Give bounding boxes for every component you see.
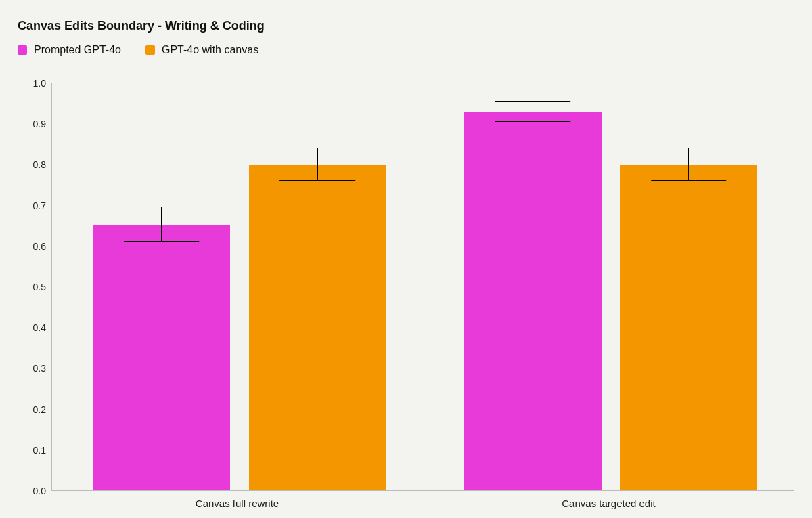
bar xyxy=(249,165,386,490)
error-bar xyxy=(533,102,533,122)
legend-label: Prompted GPT-4o xyxy=(34,44,121,56)
legend-swatch-icon xyxy=(18,45,27,55)
legend-label: GPT-4o with canvas xyxy=(162,44,258,56)
y-tick-label: 0.6 xyxy=(33,241,46,252)
plot-row: 0.00.10.20.30.40.50.60.70.80.91.0 xyxy=(18,83,794,491)
error-cap xyxy=(651,180,727,181)
bar xyxy=(93,225,230,490)
error-cap xyxy=(124,207,200,207)
legend: Prompted GPT-4o GPT-4o with canvas xyxy=(18,44,794,56)
group-divider xyxy=(424,83,424,490)
error-bar xyxy=(688,148,689,181)
x-axis: Canvas full rewrite Canvas targeted edit xyxy=(51,491,794,514)
bar xyxy=(464,112,602,490)
y-tick-label: 0.2 xyxy=(33,404,46,415)
y-tick-label: 1.0 xyxy=(33,78,46,89)
legend-swatch-icon xyxy=(145,45,155,55)
error-cap xyxy=(124,241,200,242)
error-cap xyxy=(495,121,570,122)
x-tick-label: Canvas full rewrite xyxy=(51,491,423,514)
error-cap xyxy=(279,180,355,181)
y-tick-label: 0.5 xyxy=(33,282,46,293)
y-axis: 0.00.10.20.30.40.50.60.70.80.91.0 xyxy=(18,83,51,491)
chart-title: Canvas Edits Boundary - Writing & Coding xyxy=(18,19,794,33)
bar xyxy=(620,165,757,490)
legend-item-0: Prompted GPT-4o xyxy=(18,44,121,56)
y-tick-label: 0.8 xyxy=(33,159,46,170)
y-tick-label: 0.7 xyxy=(33,200,46,211)
error-cap xyxy=(495,101,570,102)
y-tick-label: 0.3 xyxy=(33,363,46,374)
legend-item-1: GPT-4o with canvas xyxy=(145,44,258,56)
y-tick-label: 0.9 xyxy=(33,118,46,129)
error-bar xyxy=(317,148,318,181)
error-cap xyxy=(651,148,727,148)
y-tick-label: 0.1 xyxy=(33,445,46,456)
y-tick-label: 0.4 xyxy=(33,322,46,333)
y-tick-label: 0.0 xyxy=(33,485,46,496)
error-bar xyxy=(161,207,162,242)
error-cap xyxy=(279,148,355,148)
chart-root: Canvas Edits Boundary - Writing & Coding… xyxy=(0,0,812,518)
plot-area xyxy=(51,83,794,491)
chart-frame: 0.00.10.20.30.40.50.60.70.80.91.0 Canvas… xyxy=(18,83,794,514)
x-tick-label: Canvas targeted edit xyxy=(423,491,794,514)
